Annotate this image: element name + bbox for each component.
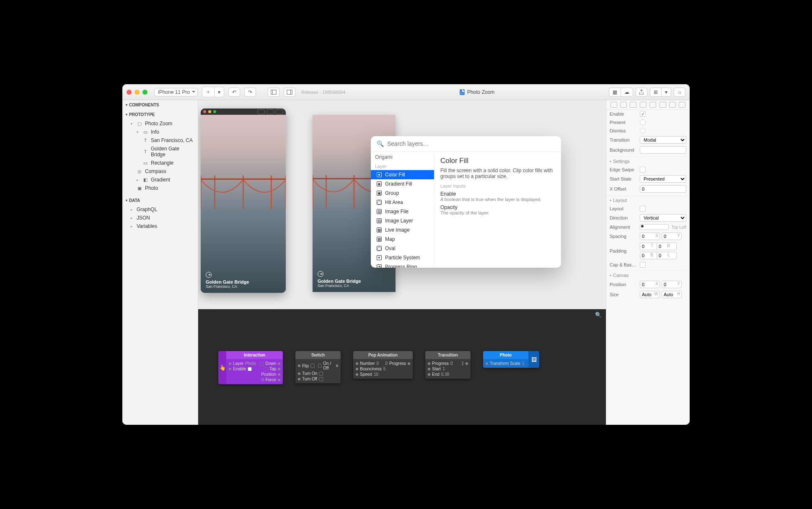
layer-sf[interactable]: TSan Francisco, CA [122,136,198,145]
record-icon[interactable] [266,109,274,114]
layer-item-particle-system[interactable]: ✦Particle System [371,253,434,262]
data-graphql[interactable]: ▸GraphQL [122,205,198,214]
detail-inputs-label: Layer Inputs [440,183,555,189]
align-left-icon[interactable] [610,102,617,108]
close-window[interactable] [127,90,132,95]
share-button[interactable] [636,88,647,97]
present-port[interactable] [640,119,646,125]
canvas[interactable]: Golden Gate Bridge San Francisco, CA Pho… [198,100,606,425]
zoom-window[interactable] [142,90,147,95]
zoom-icon[interactable]: 🔍 [595,312,602,318]
layer-item-progress-ring[interactable]: ◔Progress Ring [371,262,434,268]
cap-checkbox[interactable] [640,262,646,268]
layer-item-hit-area[interactable]: ◯Hit Area [371,198,434,207]
detail-description: Fill the screen with a solid color. Clip… [440,168,555,179]
category-layer-label: Layer [371,163,434,170]
layer-search-input[interactable]: 🔍 [371,136,561,152]
align-center-v-icon[interactable] [649,102,656,108]
add-dropdown[interactable]: ▾ [215,87,224,97]
layer-item-gradient-fill[interactable]: ◉Gradient Fill [371,179,434,189]
xoffset-field[interactable] [640,185,686,193]
background-color[interactable] [640,146,686,154]
layer-type-icon: ● [377,172,382,177]
canvas-section[interactable]: Canvas [606,271,690,279]
layer-rectangle[interactable]: ▭Rectangle [122,159,198,167]
patch-pop-animation[interactable]: Pop Animation Number00Progress Bouncines… [353,351,413,379]
distribute-v-icon[interactable] [679,102,685,108]
layer-gradient[interactable]: ▸◧Gradient [122,176,198,184]
text-icon: T [142,137,148,143]
data-variables[interactable]: ▸Variables [122,222,198,230]
patch-transition[interactable]: Transition Progress01 Start1 End0.38 [425,351,471,379]
align-right-icon[interactable] [630,102,636,108]
layer-photo[interactable]: ▣Photo [122,184,198,192]
layer-info[interactable]: ▾▭Info [122,128,198,136]
inspector: Enable✓ Present Dismiss TransitionModal … [606,100,690,425]
sidebar: COMPONENTS PROTOTYPE ▾▢Photo Zoom ▾▭Info… [122,100,198,425]
home-button[interactable]: ⌂ [674,88,685,97]
redo-button[interactable]: ↷ [244,88,256,97]
view-grid-icon[interactable]: ▦ [609,88,621,96]
view-cloud-icon[interactable]: ☁ [621,88,633,96]
layer-item-image-file[interactable]: ▧Image File [371,207,434,216]
layer-type-icon: ▧ [377,209,382,214]
settings-section[interactable]: Settings [606,157,690,165]
layer-photozoom[interactable]: ▾▢Photo Zoom [122,119,198,128]
align-center-h-icon[interactable] [620,102,627,108]
layout-segment[interactable]: ⊞ ▾ [650,88,671,97]
layer-item-live-image[interactable]: ▩Live Image [371,225,434,235]
components-header[interactable]: COMPONENTS [122,100,198,110]
category-origami[interactable]: Origami [371,152,434,163]
layer-type-icon: ▨ [377,218,382,223]
gradient-icon: ◧ [142,177,148,183]
add-segment[interactable]: ＋ ▾ [202,87,224,97]
direction-select[interactable]: Vertical [640,214,686,222]
data-json[interactable]: ▸JSON [122,214,198,222]
distribute-h-icon[interactable] [669,102,676,108]
document-title: Photo Zoom [349,89,605,95]
dismiss-port[interactable] [640,128,646,134]
gear-icon[interactable] [276,109,283,114]
align-bottom-icon[interactable] [659,102,666,108]
group-icon: ▭ [142,129,148,135]
preview-device[interactable]: Golden Gate Bridge San Francisco, CA [201,109,286,293]
layer-item-color-fill[interactable]: ●Color Fill [371,170,434,179]
panel-right-toggle[interactable] [284,88,295,97]
align-top-icon[interactable] [640,102,646,108]
layout-section[interactable]: Layout [606,196,690,204]
patch-editor[interactable]: 🔍 👆 Interaction LayerPhotoDown Enable✓Ta… [198,309,606,425]
layer-item-group[interactable]: ▣Group [371,189,434,198]
transition-select[interactable]: Modal [640,136,686,144]
layer-compass[interactable]: ◎Compass [122,167,198,176]
pad-l[interactable] [657,252,677,259]
start-state-select[interactable]: Presented [640,175,686,183]
layout-icon[interactable]: ⊞ [650,88,662,96]
layout-checkbox[interactable] [640,206,646,212]
device-picker[interactable]: iPhone 11 Pro [154,88,198,96]
panel-left-toggle[interactable] [268,88,279,97]
prototype-header[interactable]: PROTOTYPE [122,110,198,119]
search-icon: 🔍 [377,140,384,147]
patch-interaction[interactable]: 👆 Interaction LayerPhotoDown Enable✓Tap … [218,351,283,384]
data-header[interactable]: DATA [122,196,198,205]
enable-checkbox[interactable]: ✓ [640,111,646,117]
add-button[interactable]: ＋ [202,87,215,97]
document-icon [460,89,465,95]
preview-controls[interactable] [257,109,283,114]
layer-item-map[interactable]: ▦Map [371,235,434,244]
patch-switch[interactable]: Switch FlipOn / Off Turn On Turn Off [295,351,341,383]
alignment-tools[interactable] [606,100,690,110]
layout-dropdown[interactable]: ▾ [662,88,671,96]
layer-type-icon: ✦ [377,255,382,260]
undo-button[interactable]: ↶ [228,88,240,97]
refresh-icon[interactable] [257,109,265,114]
svg-rect-4 [201,178,286,180]
view-mode-segment[interactable]: ▦ ☁ [609,88,633,97]
patch-photo[interactable]: Photo Transform Scale1 🖼 [483,351,539,368]
layer-item-image-layer[interactable]: ▨Image Layer [371,216,434,225]
layer-type-icon: ◔ [377,264,382,268]
layer-ggb[interactable]: TGolden Gate Bridge [122,145,198,159]
minimize-window[interactable] [134,90,140,95]
layer-item-oval[interactable]: ◯Oval [371,244,434,253]
edge-swipe-checkbox[interactable] [640,167,646,173]
